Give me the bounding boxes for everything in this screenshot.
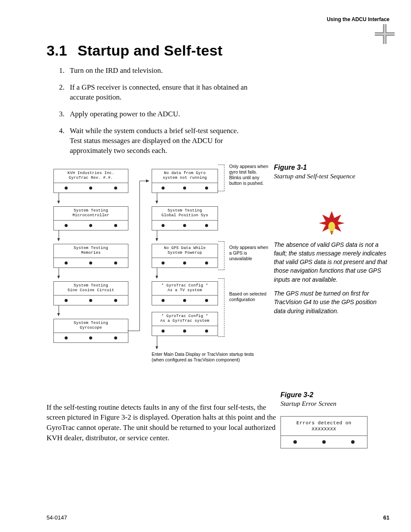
figure-label: Figure 3-2 bbox=[280, 391, 388, 399]
lcd-line: Gyroscope bbox=[80, 326, 102, 330]
lcd-line: System Testing bbox=[74, 208, 108, 213]
lcd-box: KVH Industries Inc.GyroTrac Rev. #.#. bbox=[53, 169, 128, 193]
figure-caption: Startup Error Screen bbox=[280, 400, 388, 408]
lcd-box: System TestingMicrocontroller bbox=[53, 206, 128, 231]
lcd-line: * GyroTrac Config * bbox=[162, 314, 208, 318]
tip-callout: The absence of valid GPS data is not a f… bbox=[274, 210, 389, 315]
lcd-box: No data from Gyrosystem not running bbox=[152, 169, 218, 193]
lcd-line: As a TV system bbox=[168, 288, 202, 292]
lcd-line: No GPS Data While bbox=[164, 246, 206, 250]
step-item: Wait while the system conducts a brief s… bbox=[66, 126, 252, 156]
lcd-line: XXXXXXXX bbox=[312, 426, 336, 432]
lcd-box: System TestingGlobal Position Sys bbox=[152, 206, 218, 231]
figure-label: Figure 3-1 bbox=[274, 164, 389, 171]
figure-caption: Startup and Self-test Sequence bbox=[274, 172, 389, 180]
annotation: Only appears when a GPS is unavailable bbox=[229, 245, 270, 261]
lcd-box: System TestingSine Cosine Circuit bbox=[53, 281, 128, 306]
figure-3-1-diagram: KVH Industries Inc.GyroTrac Rev. #.#. Sy… bbox=[47, 164, 271, 378]
annotation: Only appears when gyro test fails. Blink… bbox=[229, 164, 270, 187]
tip-paragraph: The GPS must be turned on first for Trac… bbox=[274, 289, 389, 315]
svg-rect-7 bbox=[330, 231, 333, 233]
exit-note: Enter Main Data Display or TracVision st… bbox=[152, 352, 264, 363]
doc-number: 54-0147 bbox=[47, 514, 67, 521]
running-header: Using the ADCU Interface bbox=[327, 16, 389, 24]
section-number: 3.1 bbox=[47, 42, 67, 59]
lcd-error-screen: Errors detected onXXXXXXXX bbox=[280, 416, 367, 449]
body-paragraph: If the self-testing routine detects faul… bbox=[47, 402, 276, 449]
lcd-line: System Testing bbox=[74, 321, 108, 325]
lcd-line: System Testing bbox=[74, 283, 108, 288]
svg-point-6 bbox=[328, 222, 335, 231]
lcd-line: system not running bbox=[163, 176, 207, 180]
page-footer: 54-0147 61 bbox=[47, 514, 389, 521]
section-title: Using the ADCU Interface bbox=[327, 16, 389, 22]
lcd-line: System Powerup bbox=[168, 251, 202, 255]
step-item: Apply operating power to the ADCU. bbox=[66, 109, 252, 119]
lcd-line: Errors detected on bbox=[296, 420, 352, 426]
lcd-box: System TestingMemories bbox=[53, 244, 128, 268]
tip-burst-icon bbox=[319, 210, 345, 236]
step-item: If a GPS receiver is connected, ensure t… bbox=[66, 83, 252, 103]
lcd-line: Sine Cosine Circuit bbox=[68, 288, 114, 292]
lcd-box: * GyroTrac Config *As a TV system bbox=[152, 281, 218, 306]
step-item: Turn on the IRD and television. bbox=[66, 66, 252, 76]
page-number: 61 bbox=[383, 514, 389, 521]
lcd-line: GyroTrac Rev. #.#. bbox=[69, 176, 113, 180]
svg-marker-4 bbox=[146, 179, 149, 182]
crop-mark-icon bbox=[375, 24, 395, 44]
lcd-line: Global Position Sys bbox=[162, 213, 208, 218]
lcd-line: Microcontroller bbox=[72, 213, 109, 218]
lcd-line: * GyroTrac Config * bbox=[162, 283, 208, 288]
lcd-line: KVH Industries Inc. bbox=[68, 171, 114, 175]
lcd-line: No data from Gyro bbox=[164, 171, 206, 175]
lcd-line: System Testing bbox=[74, 246, 108, 250]
section-heading: Startup and Self-test bbox=[78, 42, 223, 59]
flow-connector bbox=[128, 169, 151, 341]
lcd-box: No GPS Data WhileSystem Powerup bbox=[152, 244, 218, 268]
lcd-box: System TestingGyroscope bbox=[53, 319, 128, 343]
lcd-line: Memories bbox=[81, 251, 101, 255]
annotation: Based on selected configuration bbox=[229, 291, 270, 302]
lcd-box: * GyroTrac Config *As a GyroTrac system bbox=[152, 312, 218, 336]
tip-paragraph: The absence of valid GPS data is not a f… bbox=[274, 240, 389, 284]
lcd-line: As a GyroTrac system bbox=[160, 319, 209, 323]
page-title: 3.1Startup and Self-test bbox=[47, 42, 389, 59]
lcd-line: System Testing bbox=[168, 208, 202, 213]
steps-list: Turn on the IRD and television. If a GPS… bbox=[66, 66, 252, 156]
